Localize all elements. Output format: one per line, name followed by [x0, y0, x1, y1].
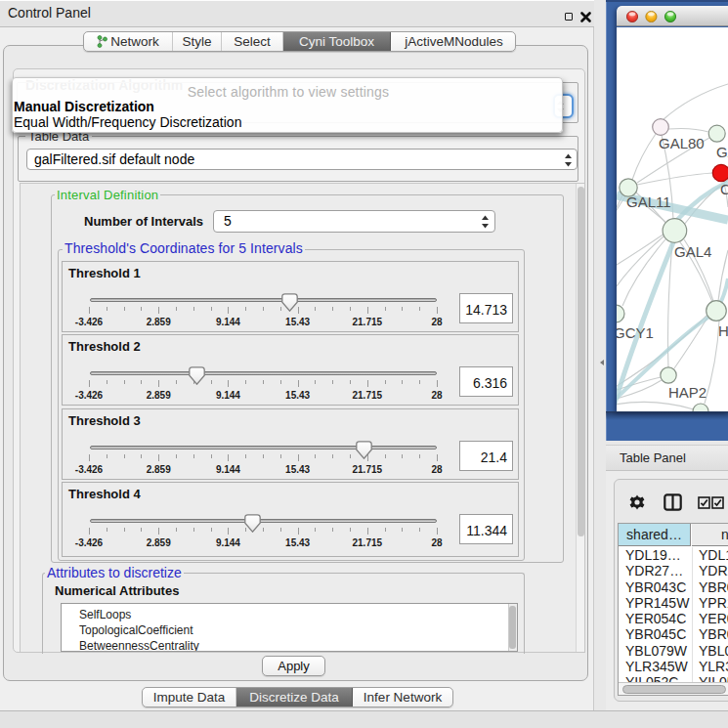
svg-text:C: C [720, 181, 728, 197]
svg-text:HI: HI [718, 322, 728, 339]
svg-text:HAP2: HAP2 [668, 384, 707, 401]
svg-text:GAL4: GAL4 [674, 243, 711, 260]
svg-text:GAL80: GAL80 [659, 135, 705, 151]
svg-text:GCY1: GCY1 [617, 324, 654, 341]
svg-text:GAL11: GAL11 [626, 193, 671, 210]
svg-text:GA: GA [716, 144, 728, 160]
